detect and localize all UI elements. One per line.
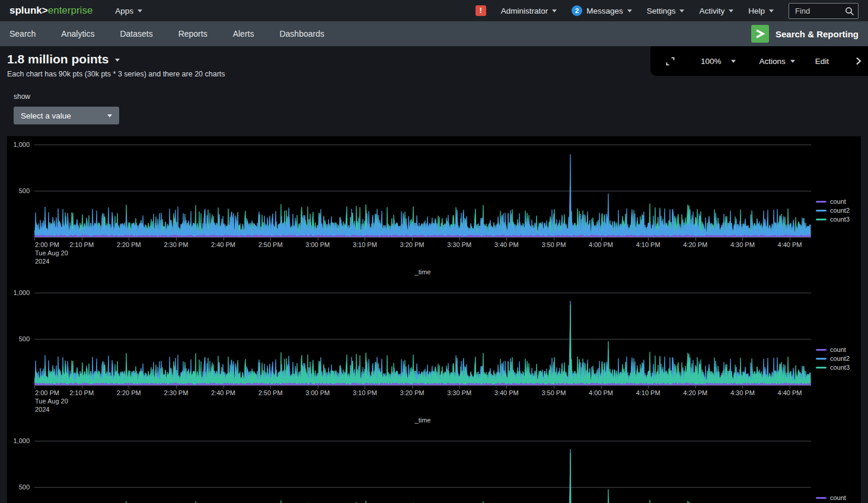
nav-item-analytics[interactable]: Analytics [61, 29, 94, 39]
administrator-menu[interactable]: Administrator [501, 7, 557, 15]
y-axis-tick-label: 1,000 [7, 141, 30, 148]
y-axis-tick-label: 500 [7, 483, 30, 491]
chart-plot-area[interactable] [34, 432, 811, 503]
legend-swatch-count [816, 497, 826, 499]
current-app[interactable]: Search & Reporting [751, 25, 868, 43]
chevron-down-icon [107, 114, 112, 117]
page-title: 1.8 million points [7, 52, 109, 66]
legend-item[interactable]: count [816, 198, 850, 205]
dashboard-subtitle: Each chart has 90k pts (30k pts * 3 seri… [7, 70, 225, 78]
zoom-level-dropdown[interactable]: 100% [701, 57, 736, 66]
chart-plot-area[interactable] [34, 284, 811, 390]
help-menu[interactable]: Help [748, 7, 774, 15]
apps-menu-label: Apps [115, 7, 133, 15]
splunk-logo[interactable]: splunk>enterprise [9, 5, 92, 17]
x-axis-tick-label: 4:40 PM [771, 241, 809, 249]
x-axis-tick-label: 3:40 PM [487, 241, 525, 249]
x-axis-tick-label: 4:00 PM [582, 241, 620, 249]
nav-item-datasets[interactable]: Datasets [120, 29, 152, 39]
legend-item[interactable]: count2 [816, 207, 850, 214]
x-axis-date-label: Tue Aug 20 [35, 398, 68, 405]
edit-button[interactable]: Edit [815, 57, 829, 66]
show-value-dropdown-text: Select a value [21, 111, 71, 120]
x-axis-tick-label: 3:30 PM [441, 389, 478, 397]
nav-item-dashboards[interactable]: Dashboards [279, 29, 324, 39]
legend-label: count2 [830, 207, 850, 214]
splunk-logo-text: splunk [9, 5, 42, 17]
legend-label: count2 [830, 355, 850, 362]
y-axis-tick-label: 1,000 [7, 289, 30, 296]
dashboard-action-toolbar: 100% Actions Edit [650, 46, 868, 76]
x-axis-date-label: 2024 [35, 406, 49, 414]
settings-menu-label: Settings [647, 7, 676, 15]
chart-legend: countcount2count3 [816, 495, 850, 503]
x-axis-tick-label: 2:00 PM [35, 241, 59, 249]
fullscreen-expand-icon[interactable] [665, 56, 676, 67]
activity-menu-label: Activity [699, 7, 725, 15]
x-axis-tick-label: 3:10 PM [346, 389, 384, 397]
search-icon[interactable] [845, 7, 854, 16]
x-axis-tick-label: 4:30 PM [723, 389, 761, 397]
topbar-right-group: ! Administrator 2 Messages Settings Acti… [476, 3, 859, 19]
x-axis-tick-label: 4:20 PM [676, 241, 714, 249]
chart-legend: countcount2count3 [816, 347, 850, 371]
show-value-dropdown[interactable]: Select a value [14, 107, 119, 124]
top-bar: splunk>enterprise Apps ! Administrator 2… [0, 0, 868, 21]
apps-menu[interactable]: Apps [115, 7, 142, 15]
x-axis-date-label: Tue Aug 20 [35, 249, 68, 257]
current-app-name: Search & Reporting [776, 29, 859, 39]
x-axis-tick-label: 2:00 PM [35, 389, 59, 397]
nav-item-reports[interactable]: Reports [178, 29, 208, 39]
chevron-right-icon[interactable] [853, 55, 864, 68]
messages-menu[interactable]: 2 Messages [572, 5, 632, 16]
x-axis-tick-label: 3:20 PM [393, 389, 431, 397]
zoom-level-value: 100% [701, 57, 722, 66]
x-axis-tick-label: 2:40 PM [205, 241, 242, 249]
nav-item-alerts[interactable]: Alerts [233, 29, 254, 39]
splunk-logo-product: enterprise [48, 5, 93, 17]
x-axis-tick-label: 4:10 PM [629, 241, 667, 249]
x-axis-tick-label: 2:40 PM [205, 389, 242, 397]
legend-label: count [830, 198, 846, 205]
settings-menu[interactable]: Settings [647, 7, 685, 15]
x-axis-title: _time [34, 268, 811, 275]
legend-swatch-count2 [816, 210, 826, 212]
timeseries-chart-2: 5001,0002:00 PM2:10 PM2:20 PM2:30 PM2:40… [7, 284, 861, 432]
chevron-down-icon [679, 9, 684, 12]
search-reporting-app-icon [751, 25, 769, 43]
chevron-down-icon [729, 9, 733, 12]
x-axis-tick-label: 4:00 PM [582, 389, 620, 397]
x-axis-tick-label: 2:50 PM [251, 389, 289, 397]
legend-item[interactable]: count [816, 347, 850, 353]
activity-menu[interactable]: Activity [699, 7, 733, 15]
legend-swatch-count [816, 201, 826, 203]
chevron-down-icon [138, 9, 142, 12]
legend-swatch-count3 [816, 219, 826, 220]
find-search-box [789, 3, 859, 19]
notification-alert-icon[interactable]: ! [476, 5, 486, 16]
administrator-menu-label: Administrator [501, 7, 548, 15]
x-axis-title: _time [34, 417, 811, 424]
y-axis-tick-label: 1,000 [7, 437, 30, 444]
x-axis-tick-label: 3:10 PM [346, 241, 384, 249]
nav-item-search[interactable]: Search [9, 29, 36, 39]
messages-count-badge: 2 [572, 5, 582, 16]
actions-dropdown[interactable]: Actions [760, 57, 795, 66]
dashboard-title-menu-caret[interactable] [115, 59, 120, 62]
x-axis-tick-label: 3:30 PM [441, 241, 478, 249]
legend-swatch-count2 [816, 358, 826, 360]
legend-item[interactable]: count2 [816, 355, 850, 362]
edit-button-label: Edit [815, 57, 829, 66]
legend-swatch-count [816, 349, 826, 351]
x-axis-tick-label: 2:20 PM [110, 389, 148, 397]
x-axis-tick-label: 3:00 PM [299, 389, 337, 397]
timeseries-chart-3: 5001,0002:00 PM2:10 PM2:20 PM2:30 PM2:40… [7, 432, 861, 503]
legend-item[interactable]: count [816, 495, 850, 501]
legend-label: count [830, 495, 846, 501]
chart-plot-area[interactable] [34, 136, 811, 242]
dashboard-chart-panel: 5001,0002:00 PM2:10 PM2:20 PM2:30 PM2:40… [7, 136, 861, 503]
legend-swatch-count3 [816, 367, 826, 369]
legend-item[interactable]: count3 [816, 216, 850, 223]
x-axis-tick-label: 4:40 PM [771, 389, 809, 397]
legend-item[interactable]: count3 [816, 364, 850, 371]
